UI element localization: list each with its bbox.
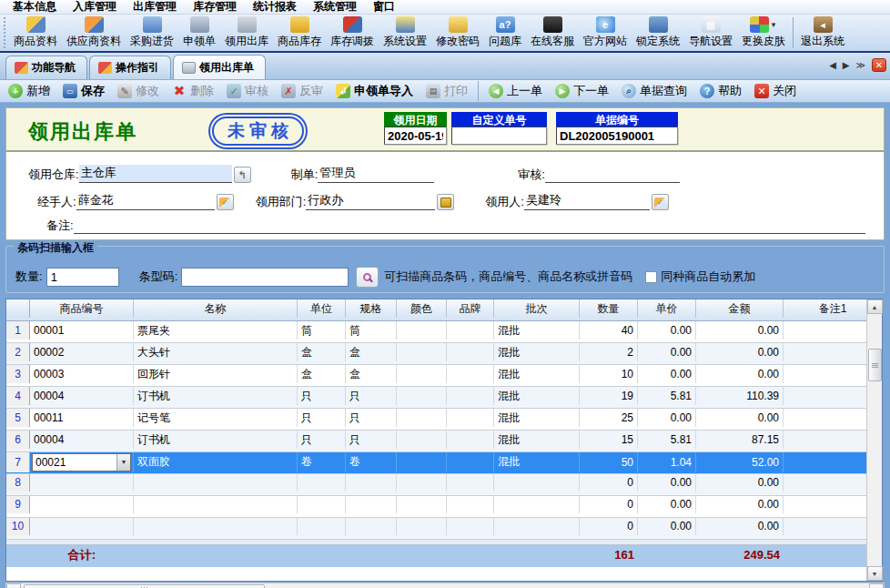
table-cell[interactable]: 0 [580,518,638,535]
handler-picker-button[interactable]: ✓ [217,194,234,210]
table-cell[interactable] [397,343,447,361]
table-cell[interactable]: 0.00 [696,409,784,427]
table-row[interactable]: 600004订书机只只混批155.8187.15 [6,431,882,452]
table-cell[interactable]: 只 [346,387,397,405]
row-number-cell[interactable]: 2 [6,343,30,361]
vertical-scroll-thumb[interactable] [868,349,882,381]
table-cell[interactable]: 记号笔 [134,409,298,427]
next-order-button[interactable]: ▶ 下一单 [550,80,614,102]
tab-scroll-left-icon[interactable]: ◀ [829,60,836,70]
toolbar-button-exit[interactable]: ◂ 退出系统 [796,15,849,51]
table-cell[interactable] [397,387,447,405]
table-cell[interactable] [397,496,447,513]
table-cell[interactable]: 卷 [298,452,346,472]
table-cell[interactable]: 只 [298,431,346,449]
toolbar-button-website[interactable]: e 官方网站 [579,15,632,51]
table-cell[interactable]: 00011 [30,409,134,427]
previous-order-button[interactable]: ◀ 上一单 [483,80,548,102]
table-cell[interactable] [346,518,397,535]
toolbar-button-stock[interactable]: 商品库存 [273,15,326,51]
row-number-cell[interactable]: 8 [6,474,30,492]
close-button[interactable]: ✕ 关闭 [749,80,802,102]
table-cell[interactable] [494,474,580,492]
dept-value[interactable]: 行政办 [306,192,435,210]
row-number-cell[interactable]: 9 [6,496,30,513]
table-cell[interactable]: 混批 [494,343,580,361]
tab-list-icon[interactable]: ≫ [856,60,865,70]
print-button[interactable]: ▤ 打印 [420,80,473,102]
table-cell[interactable]: 混批 [494,321,580,340]
table-cell[interactable] [397,452,447,472]
table-cell[interactable] [447,343,494,361]
row-number-cell[interactable]: 4 [6,387,30,405]
column-header[interactable]: 单价 [638,299,696,318]
table-cell[interactable]: 盒 [346,365,397,383]
table-cell[interactable] [447,409,494,427]
horizontal-scrollbar[interactable]: ◀ ▶ [5,583,885,588]
approve-button[interactable]: ✓ 审核 [221,80,274,102]
table-cell[interactable]: 混批 [494,365,580,383]
scroll-left-icon[interactable]: ◀ [6,583,21,588]
table-cell[interactable] [397,409,447,427]
menu-window[interactable]: 窗口 [365,0,403,15]
custom-no-input[interactable] [451,127,547,145]
toolbar-button-products[interactable]: 商品资料 [9,15,62,51]
table-cell[interactable]: 1.04 [638,452,696,472]
table-cell[interactable] [346,474,397,492]
warehouse-picker-button[interactable]: ↰ [234,167,251,183]
horizontal-scroll-thumb[interactable] [24,584,265,588]
new-button[interactable]: + 新增 [3,80,56,102]
table-cell[interactable]: 回形针 [134,365,298,383]
warehouse-value[interactable]: 主仓库 [79,165,232,183]
table-cell[interactable] [346,496,397,513]
table-cell[interactable] [447,431,494,449]
table-cell[interactable]: 0.00 [638,518,696,535]
tab-close-icon[interactable]: ✕ [872,58,886,72]
table-row[interactable]: 500011记号笔只只混批250.000.00 [6,409,882,431]
table-cell[interactable] [447,474,494,492]
table-row[interactable]: 300003回形针盒盒混批100.000.00 [6,365,882,387]
table-cell[interactable] [134,518,298,535]
toolbar-button-question[interactable]: a? 问题库 [484,15,526,51]
qty-input[interactable] [46,268,119,287]
table-row[interactable]: 1000.000.00 [6,518,882,540]
table-cell[interactable]: 87.15 [696,431,784,449]
row-number-cell[interactable]: 3 [6,365,30,383]
table-cell[interactable]: 0.00 [638,343,696,361]
product-code-combobox[interactable]: 00021▼ [32,453,131,471]
toolbar-button-purchase[interactable]: 采购进货 [126,15,178,51]
handler-value[interactable]: 薛金花 [76,192,215,210]
row-number-cell[interactable]: 6 [6,431,30,449]
menu-system[interactable]: 系统管理 [305,0,365,15]
table-cell[interactable] [397,365,447,383]
table-cell[interactable]: 0.00 [696,518,784,535]
table-cell[interactable] [494,496,580,513]
table-cell[interactable] [298,474,346,492]
table-cell[interactable]: 0.00 [638,409,696,427]
toolbar-button-transfer[interactable]: 库存调拨 [326,15,379,51]
table-cell[interactable]: 5.81 [638,431,696,449]
save-button[interactable]: ▭ 保存 [57,80,110,102]
table-cell[interactable] [447,365,494,383]
table-cell[interactable]: 00003 [30,365,134,383]
tab-issue-out-order[interactable]: 领用出库单 [173,55,266,79]
row-number-cell[interactable]: 10 [6,518,30,535]
table-cell[interactable]: 混批 [494,431,580,449]
remark-value[interactable] [74,232,865,234]
table-cell[interactable]: 筒 [346,321,397,340]
table-row[interactable]: 200002大头针盒盒混批20.000.00 [6,343,882,365]
toolbar-button-password[interactable]: 修改密码 [431,15,484,51]
column-header[interactable]: 批次 [494,299,580,318]
table-cell[interactable]: 卷 [346,452,397,472]
table-cell[interactable] [30,474,134,492]
table-cell[interactable]: 0.00 [696,474,784,492]
table-cell[interactable]: 0.00 [638,496,696,513]
column-header[interactable]: 名称 [134,299,298,318]
table-cell[interactable] [447,518,494,535]
column-header[interactable]: 颜色 [397,299,447,318]
table-cell[interactable]: 10 [580,365,638,383]
import-requisition-button[interactable]: ↲ 申领单导入 [330,80,419,102]
menu-inbound[interactable]: 入库管理 [65,0,125,15]
recipient-value[interactable]: 吴建玲 [524,192,650,210]
table-cell[interactable] [494,518,580,535]
